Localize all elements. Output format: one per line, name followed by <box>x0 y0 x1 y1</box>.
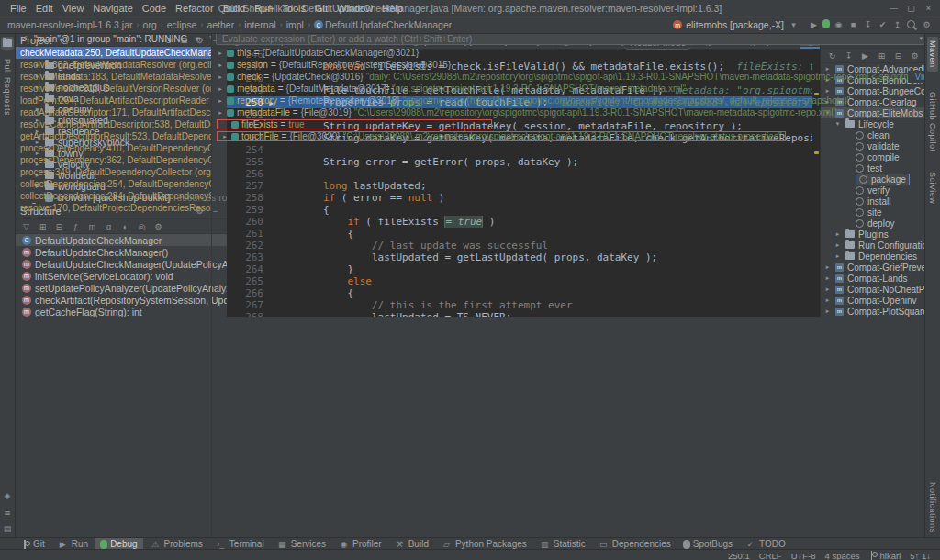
variable-icon <box>227 73 234 81</box>
line-separator[interactable]: CRLF <box>759 551 782 560</box>
ide-window: FileEditViewNavigateCodeRefactorBuildRun… <box>0 0 940 560</box>
breadcrumb-item[interactable]: DefaultUpdateCheckManager <box>325 19 452 30</box>
breadcrumb-item[interactable]: maven-resolver-impl-1.6.3.jar <box>7 19 133 30</box>
variable-row[interactable]: ▸this={DefaultUpdateCheckManager@3021} <box>212 47 911 59</box>
equals-sign: = <box>293 107 298 118</box>
variable-row[interactable]: ▸metadata={DefaultMetadata@3017} "org.sp… <box>212 83 911 95</box>
menu-navigate[interactable]: Navigate <box>88 3 137 14</box>
stack-frame[interactable]: loadPom:264, DefaultArtifactDescriptorRe… <box>15 95 211 106</box>
expand-icon[interactable]: ▸ <box>217 62 224 69</box>
menu-edit[interactable]: Edit <box>31 3 58 14</box>
variable-row[interactable]: ▸session={DefaultRepositorySystemSession… <box>212 59 911 71</box>
view-link[interactable]: View <box>908 71 912 83</box>
maximize-button[interactable]: ▢ <box>903 4 919 13</box>
menu-view[interactable]: View <box>58 3 89 14</box>
breadcrumb-item[interactable]: org <box>143 19 157 30</box>
search-icon[interactable] <box>907 20 915 28</box>
breadcrumb-item[interactable]: internal <box>244 19 275 30</box>
variable-row[interactable]: fileExists=true <box>212 118 911 130</box>
chevron-down-icon: ▾ <box>788 19 800 31</box>
stack-frame[interactable]: processDependency:410, DefaultDependency… <box>15 142 211 154</box>
variable-row[interactable]: ▸metadataFile={File@3019} "C:\Users\2908… <box>212 106 911 118</box>
variable-row[interactable]: ▸touchFile={File@3020} "C:\Users\29088\.… <box>212 130 911 142</box>
stop-icon[interactable]: ■ <box>847 19 859 31</box>
breadcrumb-item[interactable]: aether <box>207 19 234 30</box>
right-toolwindow-strip: MavenGitHub CopilotSciView Notifications <box>924 33 940 537</box>
stack-frame[interactable]: resolveMetadata:183, DefaultMetadataReso… <box>15 71 211 83</box>
toolwindow-button-label: Build <box>408 539 429 549</box>
minimize-button[interactable]: — <box>886 4 901 13</box>
breadcrumb-item[interactable]: eclipse <box>167 19 197 30</box>
file-encoding[interactable]: UTF-8 <box>791 551 816 560</box>
breadcrumb-separator: › <box>198 20 205 29</box>
equals-sign: = <box>280 95 285 106</box>
stack-frame[interactable]: collectDependencies:254, DefaultDependen… <box>15 178 211 190</box>
evaluate-expression-input[interactable]: Evaluate expression (Enter) or add a wat… <box>216 32 911 45</box>
toolwindow-button-notifications[interactable]: Notifications <box>928 482 937 533</box>
toolwindow-button-label: Python Packages <box>455 539 527 549</box>
caret-position[interactable]: 250:1 <box>728 551 750 560</box>
problems-toolwindow-button[interactable]: ▤ <box>4 524 12 533</box>
indent-style[interactable]: 4 spaces <box>825 551 860 560</box>
close-button[interactable]: × <box>921 4 936 13</box>
structure-toolwindow-button[interactable]: ≣ <box>4 508 11 517</box>
breadcrumb-item[interactable]: impl <box>286 19 304 30</box>
git-update-icon[interactable]: ↧ <box>862 19 874 31</box>
expand-icon[interactable]: ▸ <box>217 50 224 57</box>
toolwindow-button-github-copilot[interactable]: GitHub Copilot <box>928 92 937 152</box>
variable-icon <box>231 133 239 140</box>
menu-help[interactable]: Help <box>377 3 408 14</box>
expand-icon[interactable]: ▸ <box>217 73 224 81</box>
variable-row[interactable]: ▸repository={RemoteRepository@3018} "spi… <box>212 95 911 106</box>
stack-frame[interactable]: resolveCachedArtifactDescriptor:538, Def… <box>15 118 211 130</box>
menu-run[interactable]: Run <box>250 3 277 14</box>
status-bar-widgets: 250:1CRLFUTF-84 spaceshikari5↑ 1↓ <box>728 551 931 560</box>
toolbar-action-icons: ▶◉■↧✔↥⚙ <box>808 19 933 31</box>
menu-file[interactable]: File <box>6 3 31 14</box>
toolwindow-button-sciview[interactable]: SciView <box>928 172 937 204</box>
stack-frame[interactable]: resolveVersion:213, DefaultVersionResolv… <box>15 83 211 95</box>
stack-frame[interactable]: getArtifactDescriptorResult:523, Default… <box>15 130 211 142</box>
git-sync-status[interactable]: 5↑ 1↓ <box>910 551 931 560</box>
settings-icon[interactable]: ⚙ <box>921 19 933 31</box>
expand-icon[interactable]: ▸ <box>217 97 224 105</box>
stack-frame[interactable]: collectDependencies:284, DefaultDependen… <box>15 190 211 202</box>
run-icon[interactable]: ▶ <box>808 19 820 31</box>
menu-git[interactable]: Git <box>310 3 332 14</box>
expand-icon[interactable]: ▸ <box>217 109 224 117</box>
expand-icon[interactable]: ▸ <box>217 85 224 93</box>
git-push-icon[interactable]: ↥ <box>891 19 903 31</box>
branch-icon <box>22 540 30 549</box>
variable-value: {RemoteRepository@3018} <box>288 95 400 106</box>
variable-row[interactable]: ▸check={UpdateCheck@3016} "daily: C:\Use… <box>212 71 911 83</box>
menu-tools[interactable]: Tools <box>277 3 310 14</box>
git-commit-icon[interactable]: ✔ <box>877 19 889 31</box>
stack-frame[interactable]: resolve:170, DefaultProjectDependenciesR… <box>15 202 211 214</box>
pull-requests-toolwindow-button[interactable]: Pull Requests <box>3 59 12 116</box>
stack-frame[interactable]: process:349, DefaultDependencyCollector … <box>15 166 211 178</box>
stack-frame[interactable]: resolve:302, DefaultMetadataResolver (or… <box>15 59 211 71</box>
stack-frame[interactable]: checkMetadata:250, DefaultUpdateCheckMan… <box>15 47 211 59</box>
menu-build[interactable]: Build <box>218 3 250 14</box>
variable-icon <box>227 85 234 93</box>
navigation-bar: maven-resolver-impl-1.6.3.jar›org›eclips… <box>0 17 940 34</box>
filter-icon[interactable]: ▽ <box>207 33 212 45</box>
stack-frame[interactable]: processDependency:362, DefaultDependency… <box>15 154 211 166</box>
menu-refactor[interactable]: Refactor <box>171 3 218 14</box>
variable-icon <box>227 97 234 105</box>
toolwindow-button-maven[interactable]: Maven <box>927 37 938 72</box>
bookmarks-toolwindow-button[interactable]: ◈ <box>5 491 11 500</box>
annotation-highlight: fileExists=true <box>217 119 492 129</box>
left-strip-bottom-icons: ◈≣▤ <box>4 491 12 537</box>
profiler-icon[interactable]: ◉ <box>833 19 845 31</box>
git-branch-widget[interactable]: hikari <box>869 551 901 560</box>
project-toolwindow-button[interactable] <box>1 37 14 50</box>
menu-window[interactable]: Window <box>332 3 377 14</box>
stack-frame[interactable]: readArtifactDescriptor:171, DefaultArtif… <box>15 106 211 118</box>
variable-value: {DefaultUpdateCheckManager@3021} <box>262 48 419 58</box>
expand-icon[interactable]: ▸ <box>221 133 229 140</box>
run-configuration-select[interactable]: m elitemobs [package,-X] ▾ <box>669 19 803 31</box>
menu-code[interactable]: Code <box>138 3 171 14</box>
debug-icon[interactable] <box>822 19 830 28</box>
breadcrumb-separator: › <box>236 20 242 29</box>
